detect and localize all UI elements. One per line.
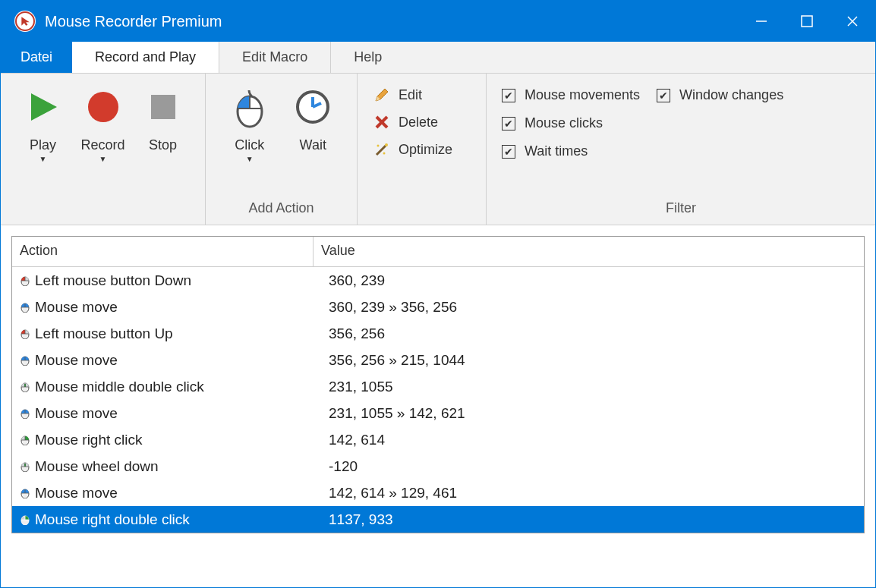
window-title: Mouse Recorder Premium: [45, 13, 222, 30]
mouse-right-icon: [20, 435, 30, 445]
mouse-left-icon: [20, 329, 30, 339]
table-row[interactable]: Left mouse button Down 360, 239: [12, 267, 864, 294]
mouse-mid-icon: [20, 382, 30, 392]
mouse-move-icon: [20, 408, 30, 419]
header-action[interactable]: Action: [12, 237, 314, 267]
play-dropdown-icon: ▼: [39, 155, 47, 163]
table-row[interactable]: Mouse wheel down -120: [12, 453, 864, 480]
mouse-move-icon: [20, 302, 30, 313]
filter-mouse-movements[interactable]: ✔ Mouse movements: [502, 87, 640, 103]
optimize-button[interactable]: Optimize: [373, 140, 452, 159]
optimize-label: Optimize: [399, 142, 452, 158]
header-value[interactable]: Value: [314, 237, 864, 267]
table-row[interactable]: Mouse right double click 1137, 933: [12, 506, 864, 533]
ribbon: Play ▼ Record ▼ Stop: [1, 74, 875, 225]
svg-point-5: [88, 92, 118, 122]
edit-button[interactable]: Edit: [373, 86, 452, 104]
svg-point-17: [377, 145, 380, 147]
table-row[interactable]: Mouse middle double click 231, 1055: [12, 373, 864, 400]
tab-record-and-play[interactable]: Record and Play: [72, 42, 219, 73]
table-row[interactable]: Mouse move 356, 256 » 215, 1044: [12, 347, 864, 373]
play-icon: [27, 86, 60, 128]
filter-group-label: Filter: [499, 200, 863, 220]
add-click-button[interactable]: Click ▼: [218, 81, 282, 163]
row-value: 356, 256: [314, 323, 864, 344]
record-dropdown-icon: ▼: [99, 155, 107, 163]
delete-x-icon: [373, 113, 391, 131]
row-action: Left mouse button Up: [35, 325, 173, 342]
row-action: Mouse right double click: [35, 511, 190, 528]
mouse-right-icon: [20, 514, 30, 525]
row-value: 142, 614 » 129, 461: [314, 483, 864, 504]
close-button[interactable]: [830, 1, 875, 42]
table-row[interactable]: Mouse move 231, 1055 » 142, 621: [12, 400, 864, 426]
pencil-icon: [373, 86, 391, 104]
row-value: 360, 239: [314, 270, 864, 291]
table-row[interactable]: Mouse move 360, 239 » 356, 256: [12, 294, 864, 320]
row-value: 231, 1055 » 142, 621: [314, 403, 864, 424]
tab-help[interactable]: Help: [331, 42, 405, 73]
filter-mouse-clicks[interactable]: ✔ Mouse clicks: [502, 115, 640, 131]
mouse-wheel-icon: [20, 461, 30, 472]
svg-marker-4: [31, 93, 57, 121]
filter-mouse-clicks-label: Mouse clicks: [525, 115, 603, 131]
checkbox-icon: ✔: [502, 145, 515, 159]
row-value: 360, 239 » 356, 256: [314, 297, 864, 318]
row-action: Mouse move: [35, 352, 118, 369]
row-value: 1137, 933: [314, 509, 864, 530]
clock-icon: [294, 86, 332, 128]
minimize-button[interactable]: [739, 1, 784, 42]
record-icon: [87, 86, 120, 128]
stop-button[interactable]: Stop: [133, 81, 193, 153]
row-action: Mouse move: [35, 485, 118, 502]
edit-label: Edit: [399, 87, 422, 103]
checkbox-icon: ✔: [502, 89, 515, 102]
table-row[interactable]: Left mouse button Up 356, 256: [12, 320, 864, 347]
wand-icon: [373, 140, 391, 159]
svg-point-18: [383, 153, 386, 155]
click-dropdown-icon: ▼: [246, 155, 254, 163]
row-value: 231, 1055: [314, 376, 864, 398]
ribbon-tabs: Datei Record and Play Edit Macro Help: [1, 42, 875, 74]
play-button[interactable]: Play ▼: [13, 81, 73, 163]
svg-rect-6: [151, 95, 175, 119]
row-action: Left mouse button Down: [35, 272, 191, 289]
app-icon: [14, 11, 36, 32]
maximize-button[interactable]: [784, 1, 830, 42]
grid-header: Action Value: [12, 237, 864, 267]
row-value: -120: [314, 456, 864, 477]
checkbox-icon: ✔: [502, 117, 515, 130]
macro-grid[interactable]: Action Value Left mouse button Down 360,…: [11, 236, 865, 533]
row-action: Mouse middle double click: [35, 379, 204, 395]
mouse-move-icon: [20, 355, 30, 366]
add-wait-button[interactable]: Wait: [282, 81, 345, 153]
record-button[interactable]: Record ▼: [73, 81, 133, 163]
svg-rect-1: [802, 16, 812, 27]
filter-window-changes-label: Window changes: [679, 87, 783, 103]
row-value: 356, 256 » 215, 1044: [314, 350, 864, 371]
checkbox-icon: ✔: [657, 89, 670, 102]
filter-wait-times[interactable]: ✔ Wait times: [502, 143, 640, 159]
filter-window-changes[interactable]: ✔ Window changes: [657, 87, 783, 103]
play-label: Play: [30, 137, 56, 153]
stop-icon: [148, 86, 178, 128]
wait-label: Wait: [300, 137, 326, 153]
titlebar: Mouse Recorder Premium: [1, 1, 875, 42]
row-value: 142, 614: [314, 429, 864, 451]
row-action: Mouse move: [35, 299, 118, 316]
click-label: Click: [235, 137, 264, 153]
row-action: Mouse move: [35, 405, 118, 422]
mouse-left-icon: [20, 275, 30, 286]
stop-label: Stop: [149, 137, 177, 153]
tab-file[interactable]: Datei: [1, 42, 72, 73]
table-row[interactable]: Mouse move 142, 614 » 129, 461: [12, 480, 864, 506]
mouse-icon: [231, 86, 269, 128]
svg-point-16: [385, 143, 388, 146]
table-row[interactable]: Mouse right click 142, 614: [12, 426, 864, 453]
row-action: Mouse wheel down: [35, 458, 159, 475]
row-action: Mouse right click: [35, 432, 143, 448]
filter-wait-times-label: Wait times: [525, 143, 588, 159]
tab-edit-macro[interactable]: Edit Macro: [219, 42, 331, 73]
filter-mouse-movements-label: Mouse movements: [525, 87, 640, 103]
delete-button[interactable]: Delete: [373, 113, 452, 131]
